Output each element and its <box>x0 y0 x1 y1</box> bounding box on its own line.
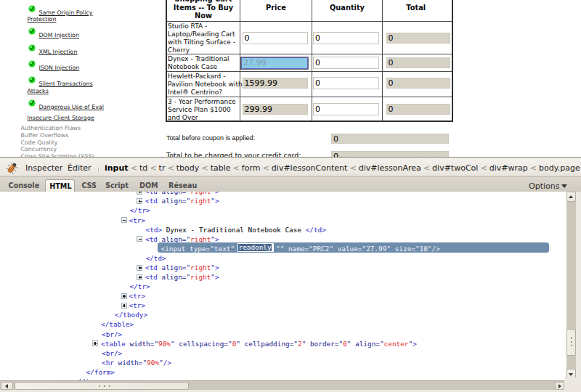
tree-node-line[interactable]: <tr> <box>129 291 146 301</box>
cart-header-total: Total <box>382 0 450 21</box>
h-scroll-right-button[interactable] <box>555 382 564 391</box>
quantity-input[interactable]: 0 <box>313 32 379 44</box>
price-readonly-field: 299.99 <box>243 104 309 115</box>
expander-plus-icon[interactable] <box>92 340 98 346</box>
price-input-inspector-highlight[interactable]: 27.99 <box>240 57 309 70</box>
quantity-input[interactable]: 0 <box>313 57 379 69</box>
breadcrumb-separator: < <box>147 163 159 173</box>
right-arrow-icon <box>558 384 561 388</box>
tree-node-line[interactable]: <tr> <box>129 216 146 225</box>
cart-qty-cell: 0 <box>312 22 382 54</box>
breadcrumb-item[interactable]: div#twoCol <box>432 163 478 173</box>
sidebar-lesson-link[interactable]: JSON Injection <box>39 65 80 71</box>
attribute-edit-input[interactable]: readonly <box>237 243 275 253</box>
tree-node-line[interactable]: <hr width="90%"/> <box>102 358 171 367</box>
tab-css[interactable]: CSS <box>81 181 97 189</box>
breadcrumb-item[interactable]: div#lessonContent <box>272 163 348 173</box>
h-scrollbar-thumb[interactable] <box>15 382 189 391</box>
cart-item-name: Dynex - TraditionalNotebook Case <box>167 54 240 71</box>
cart-header-items: Shopping CartItems -- To BuyNow <box>167 0 240 21</box>
tree-node-line[interactable]: </td> <box>146 253 166 263</box>
total-readonly-field: 0 <box>386 78 451 89</box>
green-check-icon <box>28 99 36 107</box>
cart-price-cell: 27.99 <box>240 54 312 71</box>
sidebar-category[interactable]: Authentication Flaws <box>21 125 81 131</box>
tree-node-line[interactable]: </tr> <box>130 282 150 291</box>
v-scrollbar-thumb[interactable] <box>566 329 576 356</box>
breadcrumb-item[interactable]: div#lessonArea <box>359 163 421 173</box>
breadcrumb-item[interactable]: td <box>139 163 147 173</box>
expander-plus-icon[interactable] <box>121 303 127 309</box>
edit-button[interactable]: Éditer <box>68 163 92 173</box>
sidebar-lesson-link[interactable]: XML Injection <box>39 49 78 55</box>
sidebar-lesson-link[interactable]: Attacks <box>28 88 49 94</box>
cart-total-cell: 0 <box>382 22 450 54</box>
tree-node-line[interactable]: <table width="90%" cellspacing="0" cellp… <box>101 339 417 348</box>
tree-node-line[interactable]: </tr> <box>130 205 150 215</box>
expander-plus-icon[interactable] <box>137 192 142 195</box>
cart-qty-cell: 0 <box>312 72 382 97</box>
price-input-highlighted[interactable]: 27.99 <box>241 57 308 69</box>
h-scroll-left-button[interactable] <box>1 382 13 391</box>
tree-node-line[interactable]: <br/> <box>102 330 122 339</box>
sidebar-category[interactable]: Concurrency <box>21 146 57 152</box>
tree-node-line[interactable]: <tr> <box>129 301 146 310</box>
breadcrumb-item[interactable]: div#wrap <box>489 163 528 173</box>
green-check-icon <box>28 5 36 12</box>
price-input[interactable]: 0 <box>243 32 309 44</box>
expander-minus-icon[interactable] <box>137 236 142 242</box>
options-menu[interactable]: Options <box>529 181 559 191</box>
green-check-icon <box>28 28 36 35</box>
tab-console[interactable]: Console <box>9 181 40 189</box>
expander-minus-icon[interactable] <box>121 217 127 223</box>
tree-node-line[interactable]: </table> <box>101 319 134 329</box>
toolbar-separator <box>98 168 99 171</box>
tab-dom[interactable]: DOM <box>139 181 158 189</box>
breadcrumb-separator: < <box>347 163 359 173</box>
breadcrumb-item[interactable]: form <box>242 163 261 173</box>
breadcrumb-separator: < <box>230 163 242 173</box>
tree-node-selected-text[interactable]: "" name="PRC2" value="27.99" size="10"/> <box>276 244 440 253</box>
breadcrumb-item[interactable]: table <box>211 163 231 173</box>
sidebar-category[interactable]: Buffer Overflows <box>21 132 69 139</box>
browser-content: Same Origin PolicyProtectionDOM Injectio… <box>0 0 581 158</box>
sidebar-lesson-link[interactable]: Dangerous Use of Eval <box>39 104 104 110</box>
green-check-icon <box>28 76 36 83</box>
tree-node-line[interactable]: </form> <box>86 367 115 377</box>
sidebar-lesson-link[interactable]: Protection <box>28 16 57 23</box>
tab-reseau[interactable]: Réseau <box>168 181 197 189</box>
expander-plus-icon[interactable] <box>137 198 142 204</box>
expander-plus-icon[interactable] <box>121 293 127 299</box>
edit-selected-text: readonly <box>238 244 272 252</box>
tree-node-selected-text[interactable]: <input type="text" <box>161 244 239 253</box>
tree-node-line[interactable]: <td align="right"> <box>145 196 219 205</box>
tree-node-line[interactable]: <td align="right"> <box>145 263 219 272</box>
breadcrumb-separator: < <box>260 163 272 173</box>
quantity-input[interactable]: 0 <box>313 103 379 115</box>
total-value-field: 0 <box>331 134 449 144</box>
breadcrumb-item[interactable]: tbody <box>176 163 200 173</box>
tree-node-line[interactable]: <td> Dynex - Traditional Notebook Case <… <box>146 225 326 234</box>
tree-node-line[interactable]: </tbody> <box>115 310 147 319</box>
cart-qty-cell: 0 <box>312 54 382 71</box>
tree-node-line[interactable]: <td align="right"> <box>145 192 219 196</box>
v-scroll-up-button[interactable] <box>566 192 576 202</box>
tree-node-line[interactable]: <td align="right"> <box>145 272 219 282</box>
tab-script[interactable]: Script <box>105 181 129 189</box>
tab-html[interactable]: HTML <box>45 179 75 193</box>
expander-plus-icon[interactable] <box>137 265 142 271</box>
expander-plus-icon[interactable] <box>137 274 142 280</box>
breadcrumb-selected[interactable]: input <box>105 163 129 173</box>
breadcrumb[interactable]: input < td < tr < tbody < table < form <… <box>105 163 580 173</box>
sidebar-lesson-link[interactable]: DOM Injection <box>39 32 79 38</box>
sidebar-category[interactable]: Code Quality <box>21 139 58 146</box>
sidebar-lesson-link[interactable]: Silent Transactions <box>39 81 93 87</box>
breadcrumb-item[interactable]: body.page <box>539 163 580 173</box>
tree-node-line[interactable]: <br/> <box>102 348 122 358</box>
cart-price-cell: 0 <box>240 22 312 54</box>
sidebar-current-lesson[interactable]: Insecure Client Storage <box>28 115 94 121</box>
quantity-input[interactable]: 0 <box>313 77 379 89</box>
inspect-button[interactable]: Inspecter <box>25 163 62 173</box>
price-readonly-field: 1599.99 <box>243 78 309 89</box>
cart-item-name: Hewlett-Packard -Pavilion Notebook withI… <box>167 72 240 97</box>
